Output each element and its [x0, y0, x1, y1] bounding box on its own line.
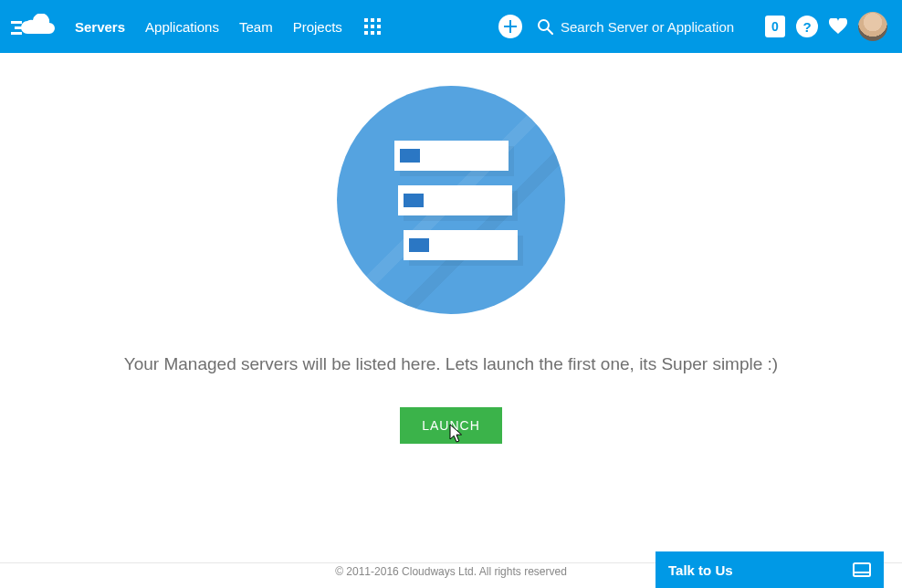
user-avatar[interactable]	[858, 12, 887, 41]
plus-icon	[504, 20, 517, 33]
feedback-heart-icon[interactable]	[829, 18, 847, 35]
cloud-logo-icon	[11, 14, 62, 39]
svg-rect-14	[854, 563, 870, 576]
help-button[interactable]: ?	[796, 16, 818, 37]
illustration-bar	[398, 185, 512, 215]
copyright-text: © 2011-2016 Cloudways Ltd. All rights re…	[335, 565, 567, 578]
svg-rect-1	[15, 26, 24, 29]
search-input[interactable]	[561, 19, 752, 35]
svg-rect-8	[377, 25, 381, 28]
illustration-bar	[394, 141, 509, 171]
primary-nav: Servers Applications Team Projects	[75, 19, 342, 35]
top-nav: Servers Applications Team Projects 0 ?	[0, 0, 902, 53]
launch-button[interactable]: LAUNCH	[400, 407, 502, 444]
search-icon	[537, 18, 553, 35]
chat-tab-label: Talk to Us	[668, 562, 733, 578]
add-button[interactable]	[498, 15, 522, 38]
svg-line-13	[548, 29, 552, 34]
svg-rect-3	[364, 18, 368, 22]
apps-grid-icon[interactable]	[364, 18, 381, 35]
search	[537, 18, 752, 35]
svg-rect-4	[371, 18, 374, 22]
nav-servers[interactable]: Servers	[75, 19, 125, 35]
svg-rect-5	[377, 18, 381, 22]
chat-tab[interactable]: Talk to Us	[656, 551, 884, 588]
servers-illustration	[337, 86, 565, 314]
launch-button-label: LAUNCH	[422, 418, 480, 433]
svg-rect-11	[377, 31, 381, 35]
notifications-count[interactable]: 0	[765, 16, 785, 37]
empty-state-text: Your Managed servers will be listed here…	[124, 354, 778, 374]
svg-rect-7	[371, 25, 374, 28]
svg-rect-9	[364, 31, 368, 35]
illustration-bar	[404, 230, 518, 260]
svg-rect-2	[11, 32, 22, 35]
svg-rect-6	[364, 25, 368, 28]
nav-projects[interactable]: Projects	[293, 19, 342, 35]
nav-team[interactable]: Team	[239, 19, 273, 35]
servers-empty-state: Your Managed servers will be listed here…	[0, 53, 902, 588]
nav-applications[interactable]: Applications	[145, 19, 219, 35]
brand-logo[interactable]	[4, 14, 69, 39]
svg-rect-0	[11, 21, 22, 24]
svg-rect-10	[371, 31, 374, 35]
chat-toggle-icon	[853, 562, 871, 577]
